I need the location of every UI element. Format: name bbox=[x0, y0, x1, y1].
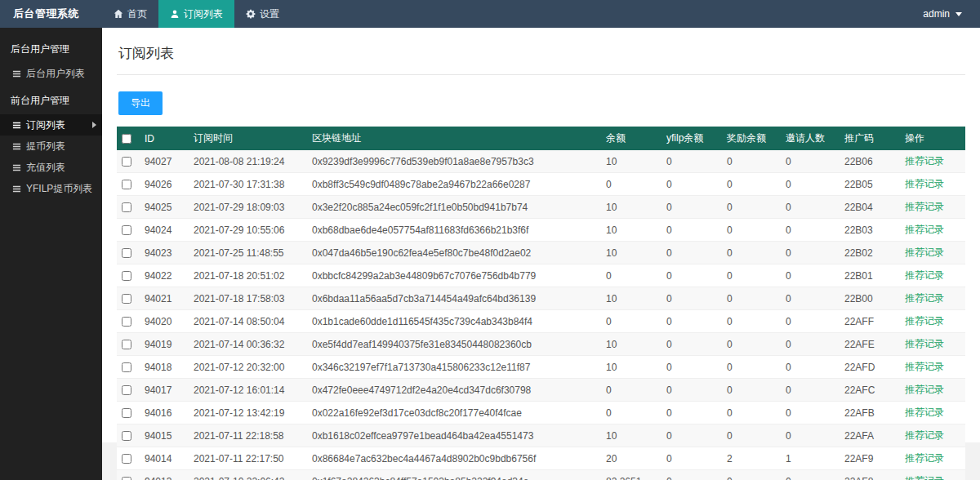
sidebar-item-recharge-list[interactable]: 充值列表 bbox=[0, 157, 102, 178]
table-row: 94016 2021-07-12 13:42:19 0x022a16fe92ef… bbox=[117, 402, 965, 424]
cell-blockchain-address: 0x6bdaa11a56aa5d7cb3a714454a49afc64bd361… bbox=[307, 287, 601, 310]
cell-reward-balance: 0 bbox=[722, 264, 781, 287]
app-title: 后台管理系统 bbox=[0, 0, 102, 28]
export-button[interactable]: 导出 bbox=[118, 91, 163, 115]
header-reward-balance: 奖励余额 bbox=[722, 127, 781, 150]
select-all-checkbox[interactable] bbox=[122, 134, 131, 144]
header-actions: 操作 bbox=[900, 127, 965, 150]
table-row: 94014 2021-07-11 22:17:50 0x86684e7ac632… bbox=[117, 447, 965, 470]
table-row: 94023 2021-07-25 11:48:55 0x047da46b5e19… bbox=[117, 242, 965, 264]
sidebar-item-subscription-list[interactable]: 订阅列表 bbox=[0, 114, 102, 136]
referral-records-link[interactable]: 推荐记录 bbox=[905, 384, 944, 395]
cell-invite-count: 0 bbox=[781, 219, 840, 242]
cell-blockchain-address: 0xb68dbae6de4e057754af811683fd6366b21b3f… bbox=[307, 219, 601, 242]
sidebar-item-label: 后台用户列表 bbox=[26, 67, 85, 81]
table-row: 94015 2021-07-11 22:18:58 0xb1618c02effc… bbox=[117, 424, 965, 447]
nav-item-home[interactable]: 首页 bbox=[102, 0, 158, 28]
cell-reward-balance: 0 bbox=[722, 242, 781, 264]
referral-records-link[interactable]: 推荐记录 bbox=[905, 338, 944, 349]
cell-invite-count: 0 bbox=[781, 173, 840, 196]
table-row: 94024 2021-07-29 10:55:06 0xb68dbae6de4e… bbox=[117, 219, 965, 242]
cell-id: 94014 bbox=[140, 447, 189, 470]
referral-records-link[interactable]: 推荐记录 bbox=[905, 361, 944, 372]
cell-subscribe-time: 2021-07-12 13:42:19 bbox=[189, 402, 307, 424]
cell-subscribe-time: 2021-07-14 08:50:04 bbox=[189, 310, 307, 333]
cell-balance: 0 bbox=[601, 379, 662, 402]
table-row: 94020 2021-07-14 08:50:04 0x1b1cade60dde… bbox=[117, 310, 965, 333]
table-body: 94027 2021-08-08 21:19:24 0x9239df3e9996… bbox=[117, 150, 965, 480]
cell-promo-code: 22AFA bbox=[840, 424, 900, 447]
referral-records-link[interactable]: 推荐记录 bbox=[905, 407, 944, 418]
list-icon bbox=[12, 69, 21, 78]
row-checkbox[interactable] bbox=[122, 454, 131, 464]
row-checkbox[interactable] bbox=[122, 340, 131, 349]
referral-records-link[interactable]: 推荐记录 bbox=[905, 452, 944, 464]
nav-item-subscriptions[interactable]: 订阅列表 bbox=[158, 0, 234, 28]
row-checkbox[interactable] bbox=[122, 362, 131, 372]
referral-records-link[interactable]: 推荐记录 bbox=[905, 201, 944, 212]
row-checkbox[interactable] bbox=[122, 180, 131, 189]
row-checkbox[interactable] bbox=[122, 317, 131, 327]
cell-reward-balance: 0 bbox=[722, 424, 781, 447]
cell-promo-code: 22B06 bbox=[840, 150, 900, 173]
cell-promo-code: 22B04 bbox=[840, 196, 900, 219]
nav-item-label: 设置 bbox=[260, 7, 279, 21]
row-checkbox[interactable] bbox=[122, 271, 131, 281]
cell-yfilp-balance: 0 bbox=[662, 219, 722, 242]
page-title: 订阅列表 bbox=[117, 39, 965, 75]
row-checkbox[interactable] bbox=[122, 225, 131, 235]
row-checkbox[interactable] bbox=[122, 202, 131, 212]
table-row: 94027 2021-08-08 21:19:24 0x9239df3e9996… bbox=[117, 150, 965, 173]
cell-id: 94015 bbox=[140, 424, 189, 447]
nav-item-label: 订阅列表 bbox=[184, 7, 223, 21]
referral-records-link[interactable]: 推荐记录 bbox=[905, 224, 944, 235]
cell-id: 94022 bbox=[140, 264, 189, 287]
cell-yfilp-balance: 0 bbox=[662, 287, 722, 310]
referral-records-link[interactable]: 推荐记录 bbox=[905, 475, 944, 480]
username: admin bbox=[923, 8, 950, 20]
cell-id: 94025 bbox=[140, 196, 189, 219]
referral-records-link[interactable]: 推荐记录 bbox=[905, 247, 944, 258]
referral-records-link[interactable]: 推荐记录 bbox=[905, 429, 944, 441]
table-row: 94021 2021-07-18 17:58:03 0x6bdaa11a56aa… bbox=[117, 287, 965, 310]
table-row: 94013 2021-07-10 22:06:42 0x1f67a284263b… bbox=[117, 470, 965, 480]
row-checkbox[interactable] bbox=[122, 477, 131, 480]
cell-id: 94016 bbox=[140, 402, 189, 424]
sidebar-item-withdraw-list[interactable]: 提币列表 bbox=[0, 136, 102, 157]
row-checkbox[interactable] bbox=[122, 157, 131, 167]
row-checkbox[interactable] bbox=[122, 294, 131, 304]
cell-blockchain-address: 0x346c32197ef7f1a713730a415806233c12e11f… bbox=[307, 356, 601, 379]
referral-records-link[interactable]: 推荐记录 bbox=[905, 155, 944, 167]
cell-balance: 10 bbox=[601, 424, 662, 447]
cell-blockchain-address: 0x3e2f20c885a24ec059fc2f1f1e0b50bd941b7b… bbox=[307, 196, 601, 219]
cell-subscribe-time: 2021-07-10 22:06:42 bbox=[189, 470, 307, 480]
sidebar-item-yfilp-withdraw-list[interactable]: YFILP提币列表 bbox=[0, 178, 102, 199]
cell-reward-balance: 0 bbox=[722, 356, 781, 379]
cell-balance: 0 bbox=[601, 264, 662, 287]
cell-promo-code: 22AF8 bbox=[840, 470, 900, 480]
nav-item-settings[interactable]: 设置 bbox=[234, 0, 291, 28]
cell-invite-count: 1 bbox=[781, 447, 840, 470]
row-checkbox[interactable] bbox=[122, 431, 131, 441]
table-row: 94019 2021-07-14 00:36:32 0xe5f4dd7eaf14… bbox=[117, 333, 965, 356]
sidebar-section-backend-users[interactable]: 后台用户管理 bbox=[0, 33, 102, 63]
row-checkbox[interactable] bbox=[122, 385, 131, 395]
table-row: 94022 2021-07-18 20:51:02 0xbbcfc84299a2… bbox=[117, 264, 965, 287]
cell-balance: 10 bbox=[601, 196, 662, 219]
header-subscribe-time: 订阅时间 bbox=[189, 127, 307, 150]
header-id: ID bbox=[140, 127, 189, 150]
subscription-table: ID 订阅时间 区块链地址 余额 yfilp余额 奖励余额 邀请人数 推广码 操… bbox=[117, 127, 965, 480]
referral-records-link[interactable]: 推荐记录 bbox=[905, 292, 944, 304]
referral-records-link[interactable]: 推荐记录 bbox=[905, 269, 944, 281]
cell-reward-balance: 0 bbox=[722, 470, 781, 480]
sidebar-item-label: YFILP提币列表 bbox=[26, 182, 92, 196]
sidebar-section-frontend-users[interactable]: 前台用户管理 bbox=[0, 84, 102, 114]
row-checkbox[interactable] bbox=[122, 248, 131, 258]
referral-records-link[interactable]: 推荐记录 bbox=[905, 178, 944, 189]
user-menu[interactable]: admin bbox=[923, 0, 980, 28]
referral-records-link[interactable]: 推荐记录 bbox=[905, 315, 944, 327]
sidebar-item-backend-user-list[interactable]: 后台用户列表 bbox=[0, 63, 102, 84]
row-checkbox[interactable] bbox=[122, 408, 131, 418]
cell-promo-code: 22AFF bbox=[840, 310, 900, 333]
arrow-right-icon bbox=[92, 122, 96, 128]
